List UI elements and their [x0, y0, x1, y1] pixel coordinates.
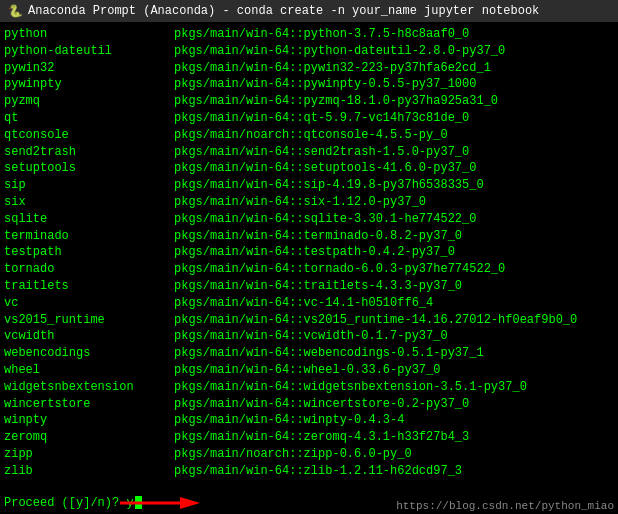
- package-source: pkgs/main/win-64::sqlite-3.30.1-he774522…: [174, 211, 476, 228]
- package-source: pkgs/main/win-64::pyzmq-18.1.0-py37ha925…: [174, 93, 498, 110]
- package-name: python: [4, 26, 174, 43]
- package-source: pkgs/main/win-64::webencodings-0.5.1-py3…: [174, 345, 484, 362]
- package-source: pkgs/main/win-64::qt-5.9.7-vc14h73c81de_…: [174, 110, 469, 127]
- package-source: pkgs/main/win-64::terminado-0.8.2-py37_0: [174, 228, 462, 245]
- table-row: pyzmqpkgs/main/win-64::pyzmq-18.1.0-py37…: [4, 93, 614, 110]
- watermark: https://blog.csdn.net/python_miao: [396, 500, 614, 512]
- table-row: setuptoolspkgs/main/win-64::setuptools-4…: [4, 160, 614, 177]
- table-row: python-dateutilpkgs/main/win-64::python-…: [4, 43, 614, 60]
- table-row: widgetsnbextensionpkgs/main/win-64::widg…: [4, 379, 614, 396]
- package-name: traitlets: [4, 278, 174, 295]
- package-name: qt: [4, 110, 174, 127]
- package-source: pkgs/main/win-64::widgetsnbextension-3.5…: [174, 379, 527, 396]
- package-name: vs2015_runtime: [4, 312, 174, 329]
- package-name: terminado: [4, 228, 174, 245]
- package-source: pkgs/main/win-64::six-1.12.0-py37_0: [174, 194, 426, 211]
- package-source: pkgs/main/win-64::traitlets-4.3.3-py37_0: [174, 278, 462, 295]
- package-source: pkgs/main/win-64::sip-4.19.8-py37h653833…: [174, 177, 484, 194]
- package-source: pkgs/main/win-64::python-dateutil-2.8.0-…: [174, 43, 505, 60]
- table-row: sqlitepkgs/main/win-64::sqlite-3.30.1-he…: [4, 211, 614, 228]
- package-source: pkgs/main/win-64::vs2015_runtime-14.16.2…: [174, 312, 577, 329]
- package-name: vcwidth: [4, 328, 174, 345]
- package-name: zeromq: [4, 429, 174, 446]
- table-row: testpathpkgs/main/win-64::testpath-0.4.2…: [4, 244, 614, 261]
- package-source: pkgs/main/noarch::zipp-0.6.0-py_0: [174, 446, 412, 463]
- package-name: six: [4, 194, 174, 211]
- package-source: pkgs/main/win-64::pywin32-223-py37hfa6e2…: [174, 60, 491, 77]
- package-name: winpty: [4, 412, 174, 429]
- table-row: wincertstorepkgs/main/win-64::wincertsto…: [4, 396, 614, 413]
- package-source: pkgs/main/win-64::pywinpty-0.5.5-py37_10…: [174, 76, 476, 93]
- table-row: send2trashpkgs/main/win-64::send2trash-1…: [4, 144, 614, 161]
- package-source: pkgs/main/win-64::wincertstore-0.2-py37_…: [174, 396, 469, 413]
- table-row: qtpkgs/main/win-64::qt-5.9.7-vc14h73c81d…: [4, 110, 614, 127]
- package-name: wincertstore: [4, 396, 174, 413]
- package-name: pywin32: [4, 60, 174, 77]
- package-source: pkgs/main/win-64::vc-14.1-h0510ff6_4: [174, 295, 433, 312]
- package-name: webencodings: [4, 345, 174, 362]
- package-source: pkgs/main/win-64::zlib-1.2.11-h62dcd97_3: [174, 463, 462, 480]
- package-name: testpath: [4, 244, 174, 261]
- bottom-bar: Proceed ([y]/n)? y https://blog.csdn.net…: [0, 492, 618, 514]
- package-source: pkgs/main/win-64::send2trash-1.5.0-py37_…: [174, 144, 469, 161]
- package-name: pywinpty: [4, 76, 174, 93]
- table-row: wheelpkgs/main/win-64::wheel-0.33.6-py37…: [4, 362, 614, 379]
- table-row: vs2015_runtimepkgs/main/win-64::vs2015_r…: [4, 312, 614, 329]
- package-source: pkgs/main/win-64::vcwidth-0.1.7-py37_0: [174, 328, 448, 345]
- table-row: sixpkgs/main/win-64::six-1.12.0-py37_0: [4, 194, 614, 211]
- package-name: zlib: [4, 463, 174, 480]
- package-name: sqlite: [4, 211, 174, 228]
- table-row: zlibpkgs/main/win-64::zlib-1.2.11-h62dcd…: [4, 463, 614, 480]
- table-row: tornadopkgs/main/win-64::tornado-6.0.3-p…: [4, 261, 614, 278]
- package-name: python-dateutil: [4, 43, 174, 60]
- package-source: pkgs/main/win-64::setuptools-41.6.0-py37…: [174, 160, 476, 177]
- table-row: webencodingspkgs/main/win-64::webencodin…: [4, 345, 614, 362]
- title-bar: 🐍 Anaconda Prompt (Anaconda) - conda cre…: [0, 0, 618, 22]
- table-row: pythonpkgs/main/win-64::python-3.7.5-h8c…: [4, 26, 614, 43]
- package-name: setuptools: [4, 160, 174, 177]
- package-name: tornado: [4, 261, 174, 278]
- package-name: qtconsole: [4, 127, 174, 144]
- package-name: wheel: [4, 362, 174, 379]
- table-row: vcwidthpkgs/main/win-64::vcwidth-0.1.7-p…: [4, 328, 614, 345]
- package-source: pkgs/main/win-64::winpty-0.4.3-4: [174, 412, 404, 429]
- terminal-body: pythonpkgs/main/win-64::python-3.7.5-h8c…: [0, 22, 618, 492]
- package-source: pkgs/main/win-64::tornado-6.0.3-py37he77…: [174, 261, 505, 278]
- table-row: sippkgs/main/win-64::sip-4.19.8-py37h653…: [4, 177, 614, 194]
- package-source: pkgs/main/noarch::qtconsole-4.5.5-py_0: [174, 127, 448, 144]
- app-icon: 🐍: [8, 4, 22, 18]
- package-name: widgetsnbextension: [4, 379, 174, 396]
- table-row: pywin32pkgs/main/win-64::pywin32-223-py3…: [4, 60, 614, 77]
- table-row: zipppkgs/main/noarch::zipp-0.6.0-py_0: [4, 446, 614, 463]
- table-row: zeromqpkgs/main/win-64::zeromq-4.3.1-h33…: [4, 429, 614, 446]
- package-name: zipp: [4, 446, 174, 463]
- package-source: pkgs/main/win-64::wheel-0.33.6-py37_0: [174, 362, 440, 379]
- package-name: sip: [4, 177, 174, 194]
- package-source: pkgs/main/win-64::python-3.7.5-h8c8aaf0_…: [174, 26, 469, 43]
- table-row: winptypkgs/main/win-64::winpty-0.4.3-4: [4, 412, 614, 429]
- package-name: vc: [4, 295, 174, 312]
- svg-marker-1: [180, 497, 200, 509]
- window-title: Anaconda Prompt (Anaconda) - conda creat…: [28, 4, 610, 18]
- table-row: traitletspkgs/main/win-64::traitlets-4.3…: [4, 278, 614, 295]
- package-source: pkgs/main/win-64::testpath-0.4.2-py37_0: [174, 244, 455, 261]
- table-row: vcpkgs/main/win-64::vc-14.1-h0510ff6_4: [4, 295, 614, 312]
- package-name: pyzmq: [4, 93, 174, 110]
- table-row: qtconsolepkgs/main/noarch::qtconsole-4.5…: [4, 127, 614, 144]
- table-row: terminadopkgs/main/win-64::terminado-0.8…: [4, 228, 614, 245]
- table-row: pywinptypkgs/main/win-64::pywinpty-0.5.5…: [4, 76, 614, 93]
- package-source: pkgs/main/win-64::zeromq-4.3.1-h33f27b4_…: [174, 429, 469, 446]
- package-name: send2trash: [4, 144, 174, 161]
- red-arrow-icon: [120, 494, 200, 512]
